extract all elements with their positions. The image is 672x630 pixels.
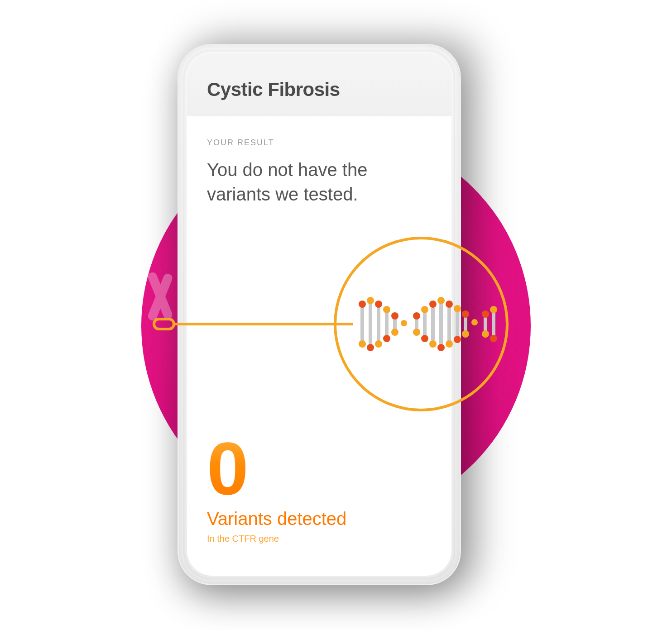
variants-detected-label: Variants detected bbox=[207, 509, 346, 529]
result-eyebrow: YOUR RESULT bbox=[207, 138, 432, 148]
content-area: YOUR RESULT You do not have the variants… bbox=[187, 116, 451, 206]
phone-frame: Cystic Fibrosis YOUR RESULT You do not h… bbox=[179, 45, 460, 584]
gene-label: In the CTFR gene bbox=[207, 534, 346, 544]
page-title: Cystic Fibrosis bbox=[207, 79, 432, 100]
result-block: 0 Variants detected In the CTFR gene bbox=[207, 431, 346, 544]
result-summary: You do not have the variants we tested. bbox=[207, 158, 397, 206]
stage: Cystic Fibrosis YOUR RESULT You do not h… bbox=[0, 0, 672, 630]
variants-count: 0 bbox=[207, 431, 346, 506]
app-header: Cystic Fibrosis bbox=[187, 53, 451, 116]
phone-screen[interactable]: Cystic Fibrosis YOUR RESULT You do not h… bbox=[187, 53, 451, 576]
